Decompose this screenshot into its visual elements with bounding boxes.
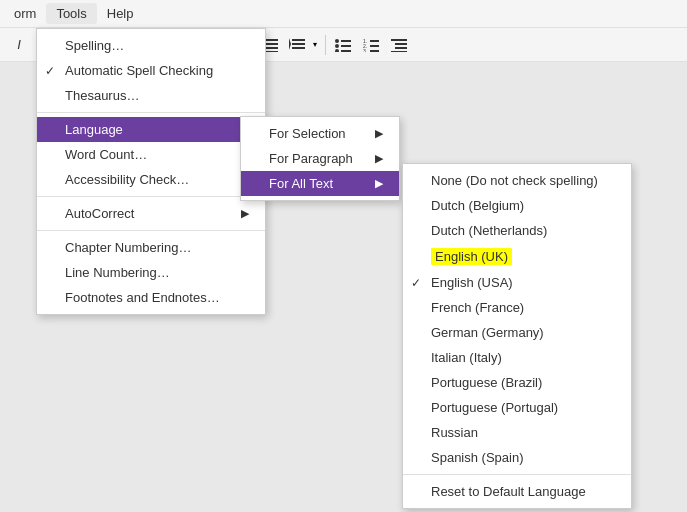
lang-dutch-belgium-item[interactable]: Dutch (Belgium) [403,193,631,218]
svg-rect-18 [292,47,305,49]
language-label: Language [65,122,123,137]
lang-italian-italy-item[interactable]: Italian (Italy) [403,345,631,370]
footnotes-item[interactable]: Footnotes and Endnotes… [37,285,265,310]
for-all-text-arrow: ▶ [375,177,383,190]
menu-item-tools[interactable]: Tools [46,3,96,24]
auto-spell-check-icon: ✓ [45,64,55,78]
svg-rect-29 [370,45,379,47]
lang-dutch-netherlands-label: Dutch (Netherlands) [431,223,547,238]
lang-english-uk-item[interactable]: English (UK) [403,243,631,270]
svg-rect-27 [370,40,379,42]
line-numbering-label: Line Numbering… [65,265,170,280]
all-text-submenu: None (Do not check spelling) Dutch (Belg… [402,163,632,509]
lang-portuguese-brazil-item[interactable]: Portuguese (Brazil) [403,370,631,395]
line-spacing-arrow[interactable]: ▾ [309,32,321,58]
accessibility-label: Accessibility Check… [65,172,189,187]
autocorrect-label: AutoCorrect [65,206,134,221]
lang-french-france-item[interactable]: French (France) [403,295,631,320]
lang-portuguese-brazil-label: Portuguese (Brazil) [431,375,542,390]
spelling-item[interactable]: Spelling… [37,33,265,58]
chapter-numbering-label: Chapter Numbering… [65,240,191,255]
word-count-item[interactable]: Word Count… [37,142,265,167]
language-submenu: For Selection ▶ For Paragraph ▶ For All … [240,116,400,201]
lang-portuguese-portugal-label: Portuguese (Portugal) [431,400,558,415]
svg-rect-31 [370,50,379,52]
lang-russian-label: Russian [431,425,478,440]
svg-rect-17 [292,43,305,45]
for-selection-arrow: ▶ [375,127,383,140]
svg-rect-33 [395,43,407,45]
lang-spanish-spain-item[interactable]: Spanish (Spain) [403,445,631,470]
lang-dutch-netherlands-item[interactable]: Dutch (Netherlands) [403,218,631,243]
menu-bar: orm Tools Help [0,0,687,28]
auto-spell-label: Automatic Spell Checking [65,63,213,78]
footnotes-label: Footnotes and Endnotes… [65,290,220,305]
svg-rect-25 [341,50,351,52]
for-all-text-item[interactable]: For All Text ▶ [241,171,399,196]
svg-point-20 [335,39,339,43]
svg-rect-32 [391,39,407,41]
svg-marker-19 [289,38,291,50]
lang-spanish-spain-label: Spanish (Spain) [431,450,524,465]
lang-portuguese-portugal-item[interactable]: Portuguese (Portugal) [403,395,631,420]
auto-spell-item[interactable]: ✓ Automatic Spell Checking [37,58,265,83]
list-bullet-button[interactable] [330,32,356,58]
autocorrect-submenu-arrow: ▶ [241,207,249,220]
svg-rect-23 [341,45,351,47]
toolbar-separator-2 [325,35,326,55]
svg-rect-35 [391,51,407,52]
svg-rect-16 [292,39,305,41]
menu-separator-2 [37,196,265,197]
line-numbering-item[interactable]: Line Numbering… [37,260,265,285]
accessibility-item[interactable]: Accessibility Check… [37,167,265,192]
for-selection-item[interactable]: For Selection ▶ [241,121,399,146]
menu-separator-3 [37,230,265,231]
lang-reset-default-item[interactable]: Reset to Default Language [403,479,631,504]
svg-point-22 [335,44,339,48]
all-text-separator [403,474,631,475]
lang-italian-italy-label: Italian (Italy) [431,350,502,365]
menu-item-form[interactable]: orm [4,3,46,24]
lang-english-usa-check-icon: ✓ [411,276,421,290]
for-selection-label: For Selection [269,126,346,141]
lang-none-label: None (Do not check spelling) [431,173,598,188]
thesaurus-item[interactable]: Thesaurus… [37,83,265,108]
indent-icon [391,38,407,52]
list-bullet-icon [335,38,351,52]
menu-separator-1 [37,112,265,113]
language-item[interactable]: Language ▶ [37,117,265,142]
lang-reset-default-label: Reset to Default Language [431,484,586,499]
autocorrect-item[interactable]: AutoCorrect ▶ [37,201,265,226]
line-spacing-icon [285,32,309,58]
lang-german-germany-label: German (Germany) [431,325,544,340]
line-spacing-button[interactable]: ▾ [285,32,321,58]
for-all-text-label: For All Text [269,176,333,191]
lang-english-uk-label: English (UK) [431,248,512,265]
menu-item-help[interactable]: Help [97,3,144,24]
lang-english-usa-label: English (USA) [431,275,513,290]
word-count-label: Word Count… [65,147,147,162]
svg-rect-21 [341,40,351,42]
for-paragraph-label: For Paragraph [269,151,353,166]
lang-english-usa-item[interactable]: ✓ English (USA) [403,270,631,295]
indent-button[interactable] [386,32,412,58]
svg-text:3.: 3. [363,48,367,52]
lang-russian-item[interactable]: Russian [403,420,631,445]
lang-german-germany-item[interactable]: German (Germany) [403,320,631,345]
svg-rect-34 [395,47,407,49]
lang-none-item[interactable]: None (Do not check spelling) [403,168,631,193]
chapter-numbering-item[interactable]: Chapter Numbering… [37,235,265,260]
italic-button[interactable]: I [6,32,32,58]
list-number-icon: 1. 2. 3. [363,38,379,52]
spelling-label: Spelling… [65,38,124,53]
lang-french-france-label: French (France) [431,300,524,315]
thesaurus-label: Thesaurus… [65,88,139,103]
for-paragraph-arrow: ▶ [375,152,383,165]
lang-dutch-belgium-label: Dutch (Belgium) [431,198,524,213]
tools-menu: Spelling… ✓ Automatic Spell Checking The… [36,28,266,315]
for-paragraph-item[interactable]: For Paragraph ▶ [241,146,399,171]
svg-point-24 [335,49,339,52]
list-number-button[interactable]: 1. 2. 3. [358,32,384,58]
